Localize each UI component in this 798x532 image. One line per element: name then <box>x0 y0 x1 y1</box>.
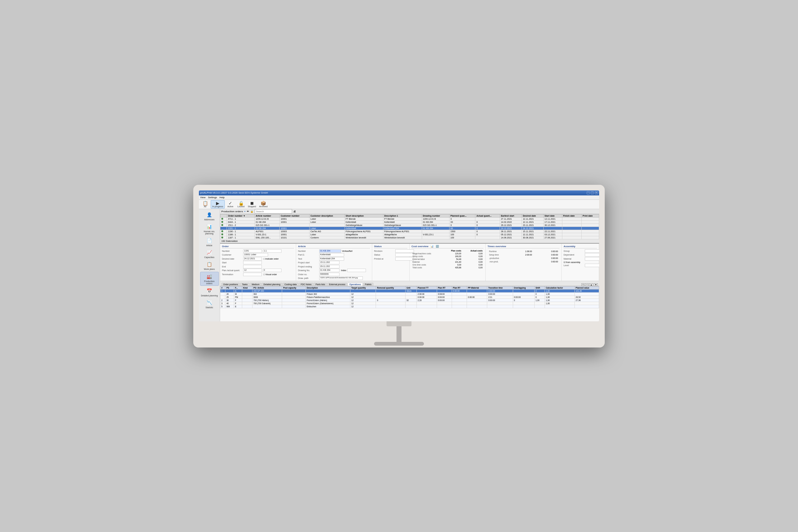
row-cust-desc[interactable]: Lober <box>309 233 345 236</box>
ops-kind[interactable] <box>242 299 252 302</box>
ops-row[interactable]: 25 PM 3000 Fräsen-Palettiermaschine 12 0… <box>221 296 599 299</box>
toolbar-in-progress[interactable]: ▶ In progress <box>211 200 225 209</box>
end-value[interactable] <box>243 265 262 268</box>
menu-view[interactable]: View <box>200 196 205 199</box>
col-start[interactable]: Start date <box>543 214 562 217</box>
project-start-value[interactable]: 15.11.202 <box>319 261 340 264</box>
ops-overlap[interactable] <box>513 302 534 305</box>
ops-article[interactable]: 700 (700 Galvanik) <box>252 302 282 305</box>
termination-value[interactable] <box>243 273 262 276</box>
ops-pp-mat[interactable]: 0:00:00 <box>467 296 487 299</box>
row-start[interactable]: 12.11.2021 <box>543 217 562 220</box>
toolbar-locked[interactable]: 🔒 Locked <box>236 201 246 208</box>
row-print[interactable] <box>582 217 599 220</box>
ops-unit[interactable]: Stück <box>405 289 416 292</box>
ops-desc[interactable]: Fräsen-Palettiermaschine <box>305 296 350 299</box>
row-print[interactable] <box>582 224 599 227</box>
row-print[interactable] <box>582 227 599 230</box>
row-print[interactable] <box>582 220 599 224</box>
ops-pool[interactable] <box>282 292 305 296</box>
start-value[interactable] <box>243 261 262 264</box>
ops-row[interactable]: 1 A 200 SP 200 Stück 0:00:00 0:00:00 0 1… <box>221 289 599 292</box>
sidebar-item-statistic[interactable]: 📉 Statistic <box>200 298 219 309</box>
ops-row[interactable]: 3 40 F 700 (700 Galvanik) Fremd-Extern (… <box>221 302 599 305</box>
ops-edit-btn[interactable]: ─ <box>585 283 589 286</box>
row-short-desc[interactable]: Winkelstütze bevestit <box>344 236 383 239</box>
ops-target[interactable]: 12 <box>350 292 376 296</box>
ops-pp-mat[interactable] <box>467 299 487 302</box>
ops-target[interactable] <box>350 289 376 292</box>
row-desired[interactable]: 12.11.2021 <box>522 233 544 236</box>
ops-calc[interactable]: 1,00 <box>545 299 575 302</box>
ops-ps[interactable]: 999 <box>225 305 234 308</box>
sidebar-item-addresses[interactable]: 👤 Addresses <box>200 210 219 222</box>
ops-article[interactable] <box>252 305 282 308</box>
from-assembly-check[interactable]: ☑ from assembly <box>564 261 597 264</box>
row-drawing[interactable] <box>422 230 449 233</box>
row-order[interactable]: 1187 - 1 <box>227 236 255 239</box>
ops-trans[interactable] <box>487 305 513 308</box>
ops-trans[interactable]: 2:21 <box>487 296 513 299</box>
ops-pp-mat[interactable] <box>467 305 487 308</box>
row-cust-desc[interactable]: Lober <box>309 220 345 224</box>
row-article[interactable]: 015 GG 001-1 <box>255 224 280 227</box>
row-order[interactable]: 1190 - 1 <box>227 230 255 233</box>
drawing-no-value[interactable]: 01 KB 264 <box>319 269 340 272</box>
ops-shift[interactable] <box>534 302 545 305</box>
ops-plan-rt2[interactable] <box>452 299 467 302</box>
plan-value[interactable]: 12 <box>243 269 262 272</box>
ops-desc[interactable]: Einbuchen <box>305 305 350 308</box>
article-partd-value[interactable]: Kettenblatt <box>319 253 344 256</box>
order-customer-value[interactable]: 10001 Lober <box>243 253 268 256</box>
ops-calc[interactable]: 1,00 <box>545 302 575 305</box>
ops-pos[interactable] <box>221 296 225 299</box>
ops-unit[interactable] <box>405 305 416 308</box>
ops-unit[interactable] <box>405 292 416 296</box>
ops-value[interactable]: 26,52 <box>574 296 599 299</box>
ops-f[interactable]: A <box>234 289 242 292</box>
ops-plan-rt[interactable] <box>437 305 452 308</box>
row-order[interactable]: 1188 - 1 <box>227 233 255 236</box>
row-desired[interactable]: 24.12.2021 <box>522 227 544 230</box>
row-finish[interactable] <box>562 217 581 220</box>
ops-unit[interactable] <box>405 302 416 305</box>
row-customer-num[interactable]: 10101 <box>280 236 309 239</box>
row-start[interactable]: 17.11.2021 <box>543 220 562 224</box>
ops-value[interactable] <box>574 292 599 296</box>
row-finish[interactable] <box>562 230 581 233</box>
row-customer-num[interactable]: 10001 <box>280 233 309 236</box>
row-finish[interactable] <box>562 224 581 227</box>
row-planned[interactable]: 1500 <box>449 230 475 233</box>
ops-plan-rt2[interactable] <box>452 305 467 308</box>
row-planned[interactable]: 3 <box>449 224 475 227</box>
ops-planned-tt[interactable] <box>416 305 437 308</box>
ops-removal[interactable] <box>376 302 405 305</box>
row-earliest[interactable]: 27.11.2021 <box>500 217 521 220</box>
row-planned[interactable]: 100 <box>449 233 475 236</box>
ops-plan-rt2[interactable] <box>452 292 467 296</box>
ops-ps[interactable]: 30 <box>225 299 234 302</box>
row-earliest[interactable]: 05.12.2021 <box>500 233 521 236</box>
edit-button[interactable]: ✏ <box>247 210 249 213</box>
tab-costing-data[interactable]: Costing data <box>282 283 298 286</box>
tab-parts-lists[interactable]: Parts lists <box>314 283 327 286</box>
row-drawing[interactable]: 015 GG 001-1 <box>422 224 449 227</box>
row-desc1[interactable]: Getriebegehäuse <box>383 224 422 227</box>
row-drawing[interactable]: 1200.12.01 B <box>422 217 449 220</box>
ops-f[interactable]: F <box>234 299 242 302</box>
add-record-button[interactable]: + <box>244 210 246 213</box>
row-print[interactable] <box>582 236 599 239</box>
print-button[interactable]: 🖨 <box>293 210 296 213</box>
row-finish[interactable] <box>562 233 581 236</box>
ops-desc[interactable]: Fremd-Extern (Galvanisieren) <box>305 302 350 305</box>
row-article[interactable]: ALP001 <box>255 230 280 233</box>
ops-calc[interactable] <box>545 305 575 308</box>
lock-record-button[interactable]: 🔒 <box>250 210 253 213</box>
ops-overlap[interactable] <box>513 289 534 292</box>
row-start[interactable]: 30.12.2021 <box>543 224 562 227</box>
row-cust-desc[interactable]: Conterm <box>309 236 345 239</box>
row-order[interactable]: 1511 - 2 <box>227 224 255 227</box>
ops-article[interactable]: 200 SP 200 <box>252 289 282 292</box>
ops-pp-mat[interactable] <box>467 292 487 296</box>
row-desired[interactable]: 12.11.2021 <box>522 220 544 224</box>
